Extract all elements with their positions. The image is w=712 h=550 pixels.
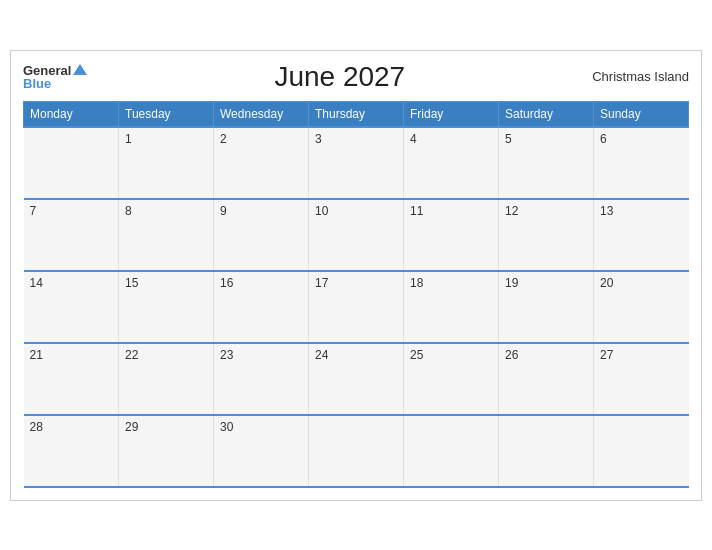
day-number: 26 [505,348,518,362]
logo-general-label: General [23,64,71,77]
day-number: 29 [125,420,138,434]
calendar-cell: 6 [594,127,689,199]
calendar-cell: 11 [404,199,499,271]
logo-blue-text: Blue [23,77,87,90]
day-header-row: MondayTuesdayWednesdayThursdayFridaySatu… [24,101,689,127]
day-number: 18 [410,276,423,290]
day-number: 12 [505,204,518,218]
day-number: 3 [315,132,322,146]
calendar: General Blue June 2027 Christmas Island … [10,50,702,501]
calendar-header: General Blue June 2027 Christmas Island [23,61,689,93]
day-number: 28 [30,420,43,434]
logo: General Blue [23,64,87,90]
day-number: 25 [410,348,423,362]
day-number: 16 [220,276,233,290]
day-number: 9 [220,204,227,218]
day-number: 2 [220,132,227,146]
calendar-cell: 19 [499,271,594,343]
day-number: 27 [600,348,613,362]
day-header-monday: Monday [24,101,119,127]
day-number: 17 [315,276,328,290]
day-header-saturday: Saturday [499,101,594,127]
day-number: 5 [505,132,512,146]
calendar-cell: 21 [24,343,119,415]
calendar-cell: 18 [404,271,499,343]
calendar-cell: 30 [214,415,309,487]
calendar-cell: 3 [309,127,404,199]
calendar-cell: 25 [404,343,499,415]
day-number: 19 [505,276,518,290]
logo-general-text: General [23,64,87,77]
day-number: 20 [600,276,613,290]
day-number: 6 [600,132,607,146]
calendar-cell: 10 [309,199,404,271]
day-header-thursday: Thursday [309,101,404,127]
day-header-tuesday: Tuesday [119,101,214,127]
calendar-cell: 23 [214,343,309,415]
day-number: 24 [315,348,328,362]
calendar-cell: 7 [24,199,119,271]
day-number: 4 [410,132,417,146]
calendar-cell: 9 [214,199,309,271]
calendar-grid: MondayTuesdayWednesdayThursdayFridaySatu… [23,101,689,488]
day-number: 15 [125,276,138,290]
calendar-cell: 5 [499,127,594,199]
day-number: 1 [125,132,132,146]
calendar-cell: 16 [214,271,309,343]
calendar-cell: 12 [499,199,594,271]
day-header-sunday: Sunday [594,101,689,127]
day-number: 8 [125,204,132,218]
calendar-cell: 15 [119,271,214,343]
day-number: 10 [315,204,328,218]
calendar-cell: 17 [309,271,404,343]
calendar-cell [404,415,499,487]
calendar-cell: 27 [594,343,689,415]
calendar-cell [499,415,594,487]
day-number: 22 [125,348,138,362]
day-number: 14 [30,276,43,290]
calendar-cell: 29 [119,415,214,487]
calendar-week-4: 21222324252627 [24,343,689,415]
calendar-cell: 14 [24,271,119,343]
calendar-week-5: 282930 [24,415,689,487]
calendar-week-3: 14151617181920 [24,271,689,343]
day-number: 7 [30,204,37,218]
calendar-cell: 20 [594,271,689,343]
calendar-cell: 8 [119,199,214,271]
calendar-cell: 2 [214,127,309,199]
calendar-location: Christmas Island [592,69,689,84]
day-number: 23 [220,348,233,362]
calendar-cell: 26 [499,343,594,415]
calendar-cell: 28 [24,415,119,487]
calendar-cell [309,415,404,487]
calendar-cell: 13 [594,199,689,271]
calendar-cell [594,415,689,487]
day-number: 21 [30,348,43,362]
calendar-title: June 2027 [87,61,592,93]
calendar-cell: 4 [404,127,499,199]
calendar-cell: 22 [119,343,214,415]
calendar-cell [24,127,119,199]
calendar-cell: 1 [119,127,214,199]
day-header-friday: Friday [404,101,499,127]
calendar-week-2: 78910111213 [24,199,689,271]
day-header-wednesday: Wednesday [214,101,309,127]
day-number: 13 [600,204,613,218]
logo-triangle-icon [73,64,87,75]
day-number: 11 [410,204,423,218]
calendar-week-1: 123456 [24,127,689,199]
calendar-cell: 24 [309,343,404,415]
day-number: 30 [220,420,233,434]
